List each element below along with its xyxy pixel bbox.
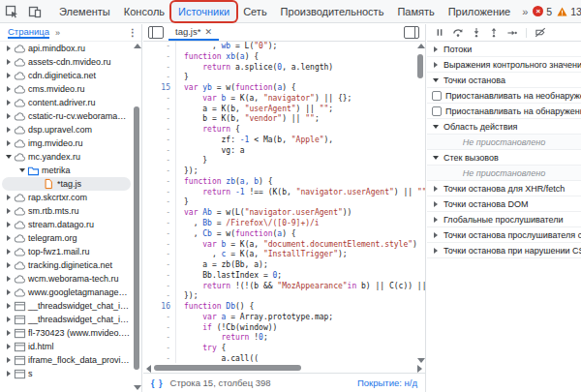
- tree-item[interactable]: api.mindbox.ru: [0, 42, 133, 55]
- chevron-right-icon[interactable]: [4, 357, 13, 363]
- chevron-right-icon[interactable]: [4, 127, 13, 133]
- tab-сеть[interactable]: Сеть: [236, 2, 273, 21]
- editor-hscroll-thumb[interactable]: [154, 365, 301, 371]
- section-collapsed[interactable]: Потоки: [427, 42, 581, 57]
- line-number-gutter[interactable]: -: [143, 344, 176, 354]
- chevron-down-icon[interactable]: [432, 125, 440, 129]
- chevron-right-icon[interactable]: [4, 276, 13, 282]
- toggle-debugger-sidebar-icon[interactable]: [404, 26, 419, 39]
- line-number-gutter[interactable]: -: [143, 125, 176, 136]
- tree-item[interactable]: id.html: [0, 340, 133, 353]
- tab-память[interactable]: Память: [390, 2, 441, 21]
- line-number-gutter[interactable]: -: [143, 136, 176, 146]
- chevron-right-icon[interactable]: [4, 113, 13, 119]
- section-collapsed[interactable]: Выражения контрольного значения: [427, 57, 581, 73]
- sidebar-more-tabs[interactable]: »: [55, 28, 60, 38]
- tree-item[interactable]: content.adriver.ru: [0, 96, 133, 109]
- chevron-right-icon[interactable]: [4, 303, 13, 309]
- scroll-down-icon[interactable]: [134, 385, 141, 390]
- chevron-right-icon[interactable]: [432, 248, 440, 254]
- chevron-right-icon[interactable]: [4, 222, 13, 227]
- section-collapsed[interactable]: Глобальные прослушиватели: [427, 212, 581, 227]
- tree-item[interactable]: fl-730423 (www.mvideo.…: [0, 326, 133, 340]
- scroll-left-icon[interactable]: [146, 365, 151, 373]
- chevron-right-icon[interactable]: [432, 217, 440, 223]
- tree-item[interactable]: stream.datago.ru: [0, 218, 133, 231]
- device-toolbar-icon[interactable]: [27, 4, 43, 19]
- tab-приложение[interactable]: Приложение: [442, 2, 518, 21]
- chevron-down-icon[interactable]: [432, 156, 440, 160]
- tree-item[interactable]: metrika: [0, 164, 133, 177]
- sidebar-scroll-thumb[interactable]: [134, 106, 139, 370]
- chevron-down-icon[interactable]: [17, 168, 26, 172]
- tree-item[interactable]: iframe_flock_data_provi…: [0, 353, 133, 367]
- tree-item[interactable]: tracking.diginetica.net: [0, 258, 133, 272]
- tab-элементы[interactable]: Элементы: [52, 2, 117, 21]
- scroll-right-icon[interactable]: [417, 365, 422, 373]
- section-expanded[interactable]: Точки останова: [427, 73, 581, 88]
- line-number-gutter[interactable]: -: [143, 229, 176, 240]
- chevron-right-icon[interactable]: [4, 371, 13, 377]
- chevron-right-icon[interactable]: [432, 46, 440, 52]
- chevron-right-icon[interactable]: [4, 262, 13, 268]
- code-area[interactable]: - , wb = L("0");-function xb(a) {- retur…: [143, 42, 425, 363]
- chevron-right-icon[interactable]: [4, 344, 13, 349]
- line-number-gutter[interactable]: -: [143, 63, 176, 74]
- step-out-icon[interactable]: [489, 27, 499, 38]
- line-number-gutter[interactable]: -: [143, 240, 176, 251]
- chevron-right-icon[interactable]: [4, 45, 13, 51]
- more-tabs-button[interactable]: »: [517, 6, 533, 17]
- line-number-gutter[interactable]: -: [143, 208, 176, 219]
- tree-item[interactable]: *tag.js: [2, 177, 131, 191]
- tree-item[interactable]: cstatic-ru-cv.weborama…: [0, 109, 133, 123]
- chevron-right-icon[interactable]: [4, 330, 13, 336]
- tree-item[interactable]: rap.skcrtxr.com: [0, 191, 133, 204]
- chevron-right-icon[interactable]: [432, 232, 440, 238]
- line-number-gutter[interactable]: -: [143, 282, 176, 292]
- tab-источники[interactable]: Источники: [171, 2, 236, 21]
- chevron-down-icon[interactable]: [432, 78, 440, 82]
- tab-page[interactable]: Страница: [8, 26, 49, 39]
- warning-badge[interactable]: 138: [557, 6, 581, 17]
- scroll-up-icon[interactable]: [134, 44, 141, 48]
- chevron-right-icon[interactable]: [4, 73, 13, 78]
- section-collapsed[interactable]: Точки останова для XHR/fetch: [427, 181, 581, 196]
- chevron-right-icon[interactable]: [4, 59, 13, 65]
- close-tab-icon[interactable]: ✕: [204, 27, 212, 37]
- line-number-gutter[interactable]: -: [143, 94, 176, 105]
- chevron-right-icon[interactable]: [4, 100, 13, 106]
- error-badge[interactable]: × 5: [533, 6, 552, 17]
- chevron-right-icon[interactable]: [432, 201, 440, 207]
- tree-item[interactable]: top-fwz1.mail.ru: [0, 245, 133, 258]
- tree-item[interactable]: wcm.weborama-tech.ru: [0, 272, 133, 286]
- line-number-gutter[interactable]: -: [143, 197, 176, 208]
- line-number-gutter[interactable]: -: [143, 291, 176, 302]
- line-number-gutter[interactable]: -: [143, 177, 176, 188]
- tree-item[interactable]: mc.yandex.ru: [0, 150, 133, 164]
- editor-hscrollbar[interactable]: [143, 363, 425, 373]
- breakpoint-checkbox-row[interactable]: Приостанавливать на обнаруженных исключе…: [427, 104, 581, 119]
- line-number-gutter[interactable]: -: [143, 260, 176, 271]
- chevron-right-icon[interactable]: [4, 86, 13, 92]
- tree-item[interactable]: img.mvideo.ru: [0, 136, 133, 150]
- line-number-gutter[interactable]: -: [143, 333, 176, 344]
- section-expanded[interactable]: Стек вызовов: [427, 150, 581, 166]
- line-number-gutter[interactable]: -: [143, 323, 176, 334]
- tree-item[interactable]: dsp.upravel.com: [0, 123, 133, 136]
- editor-scroll-thumb[interactable]: [417, 54, 423, 78]
- section-expanded[interactable]: Область действия: [427, 119, 581, 135]
- line-number-gutter[interactable]: -: [143, 52, 176, 63]
- pretty-print-icon[interactable]: { }: [151, 378, 164, 388]
- tree-item[interactable]: __threadswidget_chat_i…: [0, 299, 133, 313]
- step-into-icon[interactable]: [472, 27, 481, 38]
- tree-item[interactable]: cms.mvideo.ru: [0, 82, 133, 96]
- tab-производительность[interactable]: Производительность: [274, 2, 391, 21]
- sidebar-menu-icon[interactable]: ⋮: [128, 27, 138, 38]
- checkbox-unchecked[interactable]: [432, 91, 442, 101]
- line-number-gutter[interactable]: -: [143, 219, 176, 229]
- scroll-up-icon[interactable]: [417, 44, 425, 48]
- sidebar-scrollbar[interactable]: [133, 42, 141, 392]
- breakpoint-checkbox-row[interactable]: Приостанавливать на необнаруженных исклю…: [427, 88, 581, 104]
- line-number-gutter[interactable]: -: [143, 42, 176, 52]
- inspect-element-icon[interactable]: [4, 4, 19, 19]
